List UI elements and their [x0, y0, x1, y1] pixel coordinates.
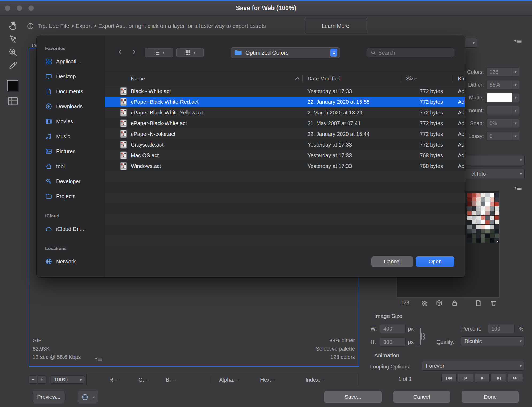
- dialog-open-button[interactable]: Open: [416, 256, 454, 267]
- palette-swatch[interactable]: [495, 234, 499, 238]
- sidebar-item-downloads[interactable]: Downloads: [37, 99, 105, 114]
- palette-swatch[interactable]: [476, 197, 481, 202]
- palette-swatch[interactable]: [490, 197, 494, 202]
- palette-swatch[interactable]: [472, 197, 476, 202]
- dropdown-caret-icon[interactable]: ▾: [512, 93, 519, 102]
- zoom-tool-icon[interactable]: [8, 47, 18, 57]
- done-button[interactable]: Done: [462, 391, 519, 403]
- palette-swatch[interactable]: [481, 229, 485, 233]
- palette-swatch[interactable]: [472, 202, 476, 206]
- palette-swatch[interactable]: [476, 229, 481, 233]
- palette-swatch[interactable]: [476, 193, 481, 197]
- palette-swatch[interactable]: [467, 202, 472, 206]
- palette-swatch[interactable]: [481, 234, 485, 238]
- option-value-field[interactable]: 0%: [487, 119, 512, 128]
- sidebar-item-projects[interactable]: Projects: [37, 189, 105, 204]
- dropdown-caret-icon[interactable]: ▾: [512, 119, 519, 128]
- palette-swatch[interactable]: [472, 211, 476, 215]
- search-field[interactable]: [367, 48, 454, 57]
- option-value-field[interactable]: [487, 93, 512, 102]
- palette-swatch[interactable]: [472, 193, 476, 197]
- next-frame-button[interactable]: [491, 374, 506, 382]
- dropdown-caret-icon[interactable]: ▾: [512, 67, 519, 76]
- palette-swatch[interactable]: [485, 216, 490, 220]
- play-button[interactable]: [475, 374, 490, 382]
- dropdown-caret-icon[interactable]: ▾: [512, 80, 519, 89]
- optimize-menu-icon[interactable]: [514, 39, 522, 44]
- palette-swatch[interactable]: [476, 206, 481, 211]
- first-frame-button[interactable]: [441, 374, 457, 382]
- palette-swatch[interactable]: [485, 220, 490, 224]
- palette-swatch[interactable]: [467, 238, 472, 243]
- preview-info-menu-icon[interactable]: [95, 357, 102, 361]
- palette-swatch[interactable]: [485, 229, 490, 233]
- palette-swatch[interactable]: [472, 225, 476, 229]
- eyedropper-tool-icon[interactable]: [8, 61, 18, 70]
- eyedropper-color-swatch[interactable]: [7, 80, 18, 91]
- palette-swatch[interactable]: [495, 211, 499, 215]
- option-value-field[interactable]: [487, 106, 512, 115]
- palette-swatch[interactable]: [495, 206, 499, 211]
- learn-more-button[interactable]: Learn More: [304, 19, 367, 33]
- palette-swatch[interactable]: [481, 193, 485, 197]
- file-row[interactable]: ePaper-Black-White-Yellow.act2. March 20…: [105, 107, 465, 118]
- folder-dropdown[interactable]: Optimized Colors: [231, 47, 340, 58]
- sidebar-item-applications[interactable]: Applicati...: [37, 54, 105, 69]
- zoom-level-dropdown[interactable]: 100%▾: [51, 375, 84, 384]
- palette-swatch[interactable]: [485, 211, 490, 215]
- palette-swatch[interactable]: [472, 238, 476, 243]
- dropdown-caret-icon[interactable]: ▾: [512, 106, 519, 115]
- previous-frame-button[interactable]: [458, 374, 473, 382]
- palette-action-new-page-icon[interactable]: [475, 300, 482, 307]
- palette-swatch[interactable]: [485, 206, 490, 211]
- column-date-modified[interactable]: Date Modified: [307, 71, 340, 86]
- sidebar-item-movies[interactable]: Movies: [37, 114, 105, 129]
- preview-button[interactable]: Preview...: [33, 391, 65, 403]
- palette-action-cube-icon[interactable]: [435, 300, 443, 307]
- palette-swatch[interactable]: [476, 202, 481, 206]
- palette-swatch[interactable]: [490, 238, 494, 243]
- cancel-button[interactable]: Cancel: [393, 391, 450, 403]
- sidebar-item-tobi[interactable]: tobi: [37, 159, 105, 174]
- palette-swatch[interactable]: [495, 220, 499, 224]
- zoom-out-button[interactable]: −: [29, 375, 37, 384]
- file-row[interactable]: ePaper-Black-White.act21. May 2007 at 07…: [105, 118, 465, 129]
- palette-swatch[interactable]: [472, 220, 476, 224]
- palette-swatch[interactable]: [476, 234, 481, 238]
- palette-swatch[interactable]: [485, 225, 490, 229]
- sidebar-item-pictures[interactable]: Pictures: [37, 144, 105, 159]
- palette-swatch[interactable]: [490, 202, 494, 206]
- palette-swatch[interactable]: [490, 211, 494, 215]
- palette-swatch[interactable]: [490, 234, 494, 238]
- palette-swatch[interactable]: [481, 225, 485, 229]
- sidebar-item-developer[interactable]: Developer: [37, 174, 105, 189]
- palette-swatch[interactable]: [481, 238, 485, 243]
- palette-swatch[interactable]: [490, 220, 494, 224]
- palette-swatch[interactable]: [495, 238, 499, 243]
- file-row[interactable]: ePaper-Black-White-Red.act22. January 20…: [105, 97, 465, 107]
- toggle-slices-icon[interactable]: [7, 96, 18, 106]
- palette-swatch[interactable]: [476, 225, 481, 229]
- palette-swatch[interactable]: [467, 206, 472, 211]
- palette-swatch[interactable]: [495, 193, 499, 197]
- sidebar-item-desktop[interactable]: Desktop: [37, 69, 105, 84]
- height-field[interactable]: 300: [380, 337, 406, 347]
- option-value-field[interactable]: 128: [487, 67, 512, 76]
- palette-swatch[interactable]: [495, 197, 499, 202]
- palette-swatch[interactable]: [476, 211, 481, 215]
- quality-dropdown[interactable]: Bicubic▾: [461, 336, 524, 346]
- palette-swatch[interactable]: [490, 216, 494, 220]
- file-row[interactable]: Windows.actYesterday at 17:33768 bytesAd: [105, 161, 465, 171]
- palette-swatch[interactable]: [476, 220, 481, 224]
- looping-dropdown[interactable]: Forever▾: [422, 361, 524, 371]
- sidebar-item-icloud-drive[interactable]: iCloud Dri...: [37, 221, 105, 236]
- forward-button[interactable]: ›: [132, 46, 136, 57]
- palette-swatch[interactable]: [472, 206, 476, 211]
- hand-tool-icon[interactable]: [8, 21, 18, 30]
- palette-swatch[interactable]: [490, 229, 494, 233]
- save-button[interactable]: Save...: [324, 391, 382, 403]
- palette-swatch[interactable]: [481, 202, 485, 206]
- palette-swatch[interactable]: [490, 206, 494, 211]
- palette-swatch[interactable]: [467, 211, 472, 215]
- palette-swatch[interactable]: [467, 197, 472, 202]
